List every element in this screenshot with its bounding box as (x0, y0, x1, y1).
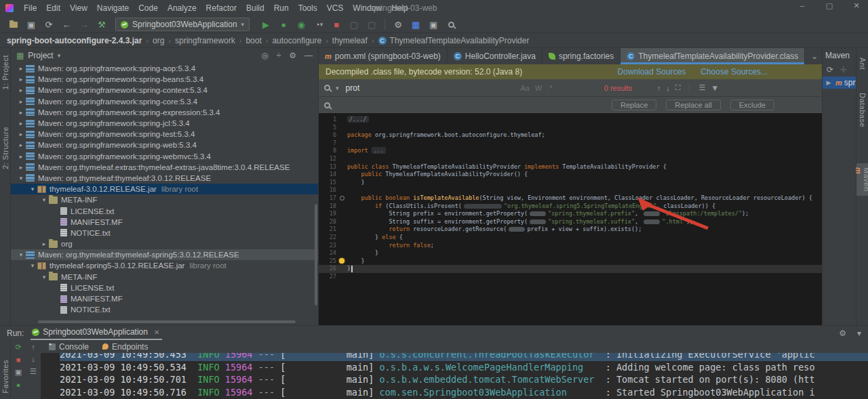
tree-item[interactable]: MANIFEST.MF (11, 293, 318, 304)
code-line[interactable]: 19 String prefix = environment.getProper… (319, 210, 822, 218)
sync-icon[interactable]: ⟳ (41, 18, 57, 31)
select-all-occurrences-icon[interactable]: ⛶ (675, 83, 681, 92)
code-line[interactable]: 15 } (319, 179, 822, 187)
profiler-icon[interactable]: ◔▾ (311, 18, 327, 31)
search-everywhere-icon[interactable] (443, 18, 459, 31)
chevron-right-icon[interactable]: ▸ (16, 120, 26, 127)
tree-item[interactable]: ▸Maven: org.springframework:spring-aop:5… (11, 63, 318, 74)
chevron-right-icon[interactable]: ▸ (16, 131, 26, 138)
tree-item[interactable]: ▾META-INF (11, 194, 318, 205)
chevron-right-icon[interactable]: ▸ (16, 153, 26, 160)
code-line[interactable]: 18 if (ClassUtils.isPresent("org.thymele… (319, 203, 822, 211)
close-button[interactable]: ✕ (848, 1, 865, 10)
run-tab-endpoints[interactable]: Endpoints (97, 342, 153, 352)
replace-button-replace-all[interactable]: Replace all (666, 100, 720, 110)
replace-button-replace[interactable]: Replace (612, 100, 656, 110)
chevron-right-icon[interactable]: ▸ (16, 98, 26, 105)
code-line[interactable]: 5 (319, 124, 822, 132)
save-all-icon[interactable]: ▣ (23, 18, 39, 31)
scroll-up-icon[interactable]: ↑ (31, 343, 35, 351)
menu-item-file[interactable]: File (19, 3, 41, 13)
hide-panel-icon[interactable]: — (304, 51, 313, 60)
menu-item-refactor[interactable]: Refactor (201, 3, 241, 13)
chevron-right-icon[interactable]: ▸ (16, 76, 26, 83)
editor-tab-3[interactable]: spring.factories (542, 48, 620, 64)
chevron-down-icon[interactable]: ▾ (28, 186, 37, 192)
code-editor[interactable]: 1/.../56package org.springframework.boot… (319, 113, 822, 325)
tree-item[interactable]: ▸Maven: org.thymeleaf.extras:thymeleaf-e… (11, 162, 318, 173)
chevron-down-icon[interactable]: ▾ (39, 196, 49, 203)
tree-item[interactable]: ▾META-INF (11, 272, 318, 282)
code-line[interactable]: 13public class ThymeleafTemplateAvailabi… (319, 163, 822, 171)
run-settings-gear-icon[interactable]: ⚙ (839, 329, 846, 338)
expand-arrow-icon[interactable]: ▶ (824, 79, 833, 86)
run-icon[interactable]: ▶ (258, 18, 274, 31)
locate-file-icon[interactable]: ◎ (261, 51, 268, 60)
tree-item[interactable]: LICENSE.txt (11, 282, 318, 293)
screenshot-camera-icon[interactable]: ▣ (15, 368, 22, 377)
tree-item[interactable]: MANIFEST.MF (11, 217, 318, 228)
search-input[interactable]: prot (346, 83, 515, 93)
find-options-icon[interactable]: ☰ (698, 83, 705, 92)
code-line[interactable]: 22 } else { (319, 234, 822, 242)
chevron-right-icon[interactable]: ▸ (39, 240, 49, 247)
tree-item[interactable]: ▾thymeleaf-3.0.12.RELEASE.jarlibrary roo… (11, 184, 318, 194)
console-line[interactable]: 2021-03-09 10:49:50.716 INFO 15964 --- [… (60, 386, 868, 399)
chevron-down-icon[interactable]: ▾ (28, 262, 37, 269)
back-icon[interactable]: ← (58, 18, 75, 31)
find-option-aa[interactable]: Aa (521, 84, 530, 92)
tree-item[interactable]: ▾Maven: org.thymeleaf:thymeleaf-spring5:… (11, 249, 318, 260)
breadcrumb-item[interactable]: org (153, 36, 164, 45)
hidden-tabs-chevron-icon[interactable]: ⌄ (807, 48, 822, 64)
chevron-right-icon[interactable]: ▸ (16, 109, 26, 116)
maven-project-item[interactable]: ▶ m spri (823, 77, 856, 89)
tree-item[interactable]: LICENSE.txt (11, 205, 318, 216)
thread-dump-icon[interactable]: ● (16, 381, 21, 389)
console-line[interactable]: 2021-03-09 10:49:50.534 INFO 15964 --- [… (60, 361, 868, 374)
menu-item-vcs[interactable]: VCS (322, 3, 349, 13)
chevron-down-icon[interactable]: ▾ (16, 175, 26, 182)
code-line[interactable]: 1/.../ (319, 116, 822, 124)
open-folder-icon[interactable] (5, 18, 22, 31)
sidebar-tab-database[interactable]: Database (856, 89, 868, 131)
menu-item-navigate[interactable]: Navigate (92, 3, 134, 13)
hide-run-panel-icon[interactable]: ▾ (857, 329, 861, 338)
breadcrumb-item[interactable]: CThymeleafTemplateAvailabilityProvider (378, 36, 530, 45)
menu-item-analyze[interactable]: Analyze (163, 3, 201, 13)
code-line[interactable]: 17 public boolean isTemplateAvailable(St… (319, 194, 822, 203)
code-line[interactable]: 20 String suffix = environment.getProper… (319, 218, 822, 226)
build-hammer-icon[interactable]: ⚒ (94, 18, 110, 31)
stop-run-icon[interactable]: ■ (16, 356, 21, 364)
search-history-chevron-icon[interactable]: ▾ (336, 85, 339, 91)
chevron-right-icon[interactable]: ▸ (16, 164, 26, 171)
breadcrumb-item[interactable]: autoconfigure (272, 36, 321, 45)
soft-wrap-icon[interactable]: ☰ (30, 367, 37, 376)
chevron-down-icon[interactable]: ▾ (16, 251, 26, 258)
code-line[interactable]: 23 return false; (319, 242, 822, 250)
debug-icon[interactable]: ● (275, 18, 292, 31)
menu-item-code[interactable]: Code (134, 3, 163, 13)
code-line[interactable]: 27 (319, 273, 822, 281)
run-config-selector[interactable]: Springboot03WebApplication ▾ (115, 18, 250, 31)
close-tab-icon[interactable]: ✕ (154, 329, 159, 336)
project-view-chevron-icon[interactable]: ▾ (58, 52, 61, 59)
terminal-icon[interactable]: ▣ (425, 18, 441, 31)
settings-wrench-icon[interactable]: ⚙ (390, 18, 406, 31)
editor-tab-1[interactable]: mpom.xml (springboot-03-web) (319, 48, 448, 64)
tree-item[interactable]: ▾thymeleaf-spring5-3.0.12.RELEASE.jarlib… (11, 260, 318, 271)
code-line[interactable]: 25 } (319, 257, 822, 266)
download-sources-link[interactable]: Download Sources (618, 67, 686, 77)
tree-item[interactable]: ▸Maven: org.springframework:spring-expre… (11, 107, 318, 118)
tree-vertical-scrollbar[interactable] (315, 204, 317, 306)
run-tab-console[interactable]: Console (43, 342, 94, 352)
override-gutter-icon[interactable] (336, 194, 347, 203)
menu-item-tools[interactable]: Tools (294, 3, 322, 13)
sidebar-tab-structure[interactable]: 2: Structure (0, 123, 10, 173)
stop-icon[interactable]: ■ (328, 18, 344, 31)
tree-item[interactable]: ▸Maven: org.springframework:spring-web:5… (11, 140, 318, 150)
editor-tab-2[interactable]: CHelloController.java (448, 48, 542, 64)
run-config-tab[interactable]: Springboot03WebApplication ✕ (31, 326, 162, 340)
choose-sources-link[interactable]: Choose Sources... (701, 67, 768, 77)
tree-item[interactable]: ▾Maven: org.thymeleaf:thymeleaf:3.0.12.R… (11, 173, 318, 184)
code-line[interactable]: 26} (319, 265, 822, 273)
